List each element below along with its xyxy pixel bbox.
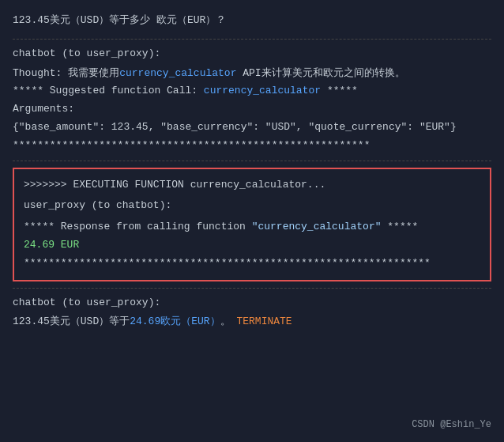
chatbot-section-1: chatbot (to user_proxy): Thought: 我需要使用c… bbox=[13, 46, 491, 154]
question-content: 123.45美元（USD）等于多少 欧元（EUR）？ bbox=[13, 14, 226, 26]
args-json: {"base_amount": 123.45, "base_currency":… bbox=[13, 119, 491, 136]
response-func-str: "currency_calculator" bbox=[252, 221, 382, 232]
suggested-func-line: ***** Suggested function Call: currency_… bbox=[13, 83, 491, 100]
args-label: Arguments: bbox=[13, 101, 491, 118]
user-proxy-speaker: user_proxy (to chatbot): bbox=[24, 198, 480, 214]
stars-2: ****************************************… bbox=[24, 255, 480, 272]
executing-header: >>>>>>> EXECUTING FUNCTION currency_calc… bbox=[24, 177, 480, 194]
result-value: 24.69 EUR bbox=[24, 237, 480, 254]
watermark: CSDN @Eshin_Ye bbox=[412, 417, 491, 433]
thought-line: Thought: 我需要使用currency_calculator API来计算… bbox=[13, 66, 491, 82]
response-line: ***** Response from calling function "cu… bbox=[24, 219, 480, 236]
chatbot-speaker-2: chatbot (to user_proxy): bbox=[13, 295, 491, 312]
answer-value-highlight: 24.69欧元（EUR） bbox=[130, 315, 220, 327]
executing-box: >>>>>>> EXECUTING FUNCTION currency_calc… bbox=[13, 168, 491, 281]
terminate-label: TERMINATE bbox=[236, 315, 291, 327]
chatbot-speaker-1: chatbot (to user_proxy): bbox=[13, 46, 491, 62]
answer-line: 123.45美元（USD）等于24.69欧元（EUR）。 TERMINATE bbox=[13, 314, 491, 331]
question-section: 123.45美元（USD）等于多少 欧元（EUR）？ bbox=[13, 9, 491, 32]
suggested-func-highlight: currency_calculator bbox=[204, 85, 321, 96]
stars-1: ****************************************… bbox=[13, 138, 491, 154]
thought-func-highlight: currency_calculator bbox=[119, 67, 236, 79]
divider-3 bbox=[13, 288, 491, 289]
chatbot-section-2: chatbot (to user_proxy): 123.45美元（USD）等于… bbox=[13, 295, 491, 331]
divider-2 bbox=[13, 161, 491, 161]
divider-1 bbox=[13, 39, 491, 40]
question-text: 123.45美元（USD）等于多少 欧元（EUR）？ bbox=[13, 9, 491, 32]
